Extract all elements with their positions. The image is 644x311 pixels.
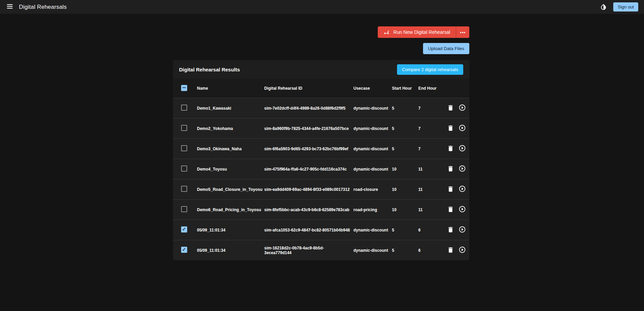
delete-row-button[interactable] bbox=[446, 104, 455, 113]
row-checkbox[interactable] bbox=[181, 226, 187, 232]
top-navbar: Digital Rehearsals Sign out bbox=[0, 0, 644, 14]
row-start-hour: 10 bbox=[392, 167, 418, 172]
table-row: Demo3_Okinawa_Naha sim-6f6a5903-9d65-429… bbox=[173, 138, 469, 159]
row-start-hour: 5 bbox=[392, 248, 418, 253]
row-start-hour: 5 bbox=[392, 126, 418, 131]
row-usecase: dynamic-discount bbox=[353, 147, 392, 151]
row-checkbox[interactable] bbox=[181, 186, 187, 192]
play-row-button[interactable] bbox=[458, 226, 467, 235]
play-row-button[interactable] bbox=[458, 185, 467, 194]
table-header-row: Name Digital Rehearsal ID Usecase Start … bbox=[173, 79, 469, 98]
row-usecase: dynamic-discount bbox=[353, 248, 392, 253]
play-circle-icon bbox=[459, 226, 466, 234]
row-name: Demo4_Toyosu bbox=[197, 167, 264, 172]
row-rehearsal-id: sim-16218d2c-0b78-4ac9-8b5d-3ecea779d144 bbox=[264, 246, 353, 255]
row-start-hour: 5 bbox=[392, 106, 418, 111]
app-title: Digital Rehearsals bbox=[19, 4, 67, 10]
play-row-button[interactable] bbox=[458, 104, 467, 113]
column-header-start-hour: Start Hour bbox=[392, 86, 418, 91]
trash-icon bbox=[447, 165, 454, 173]
delete-row-button[interactable] bbox=[446, 185, 455, 194]
play-row-button[interactable] bbox=[458, 124, 467, 133]
column-header-end-hour: End Hour bbox=[418, 86, 440, 91]
play-row-button[interactable] bbox=[458, 246, 467, 255]
sign-out-button[interactable]: Sign out bbox=[613, 2, 638, 12]
hamburger-icon bbox=[6, 3, 14, 11]
results-card: Digital Rehearsal Results Compare 2 digi… bbox=[173, 60, 469, 260]
row-checkbox[interactable] bbox=[181, 247, 187, 253]
row-end-hour: 7 bbox=[418, 126, 440, 131]
run-more-options-button[interactable]: ••• bbox=[456, 26, 469, 38]
play-row-button[interactable] bbox=[458, 165, 467, 174]
row-checkbox[interactable] bbox=[181, 105, 187, 111]
row-rehearsal-id: sim-8a960f9b-7825-4344-a4fe-21676a507bce bbox=[264, 126, 353, 131]
play-circle-icon bbox=[459, 165, 466, 173]
trash-icon bbox=[447, 104, 454, 112]
table-row: Demo1_Kawasaki sim-7e02dcff-d4f4-4989-8a… bbox=[173, 98, 469, 118]
results-card-header: Digital Rehearsal Results Compare 2 digi… bbox=[173, 60, 469, 79]
row-name: Demo1_Kawasaki bbox=[197, 106, 264, 111]
run-new-rehearsal-button[interactable]: Run New Digital Rehearsal bbox=[378, 26, 456, 38]
delete-row-button[interactable] bbox=[446, 226, 455, 235]
row-name: Demo2_Yokohama bbox=[197, 126, 264, 131]
play-circle-icon bbox=[459, 104, 466, 112]
delete-row-button[interactable] bbox=[446, 124, 455, 133]
row-end-hour: 7 bbox=[418, 106, 440, 111]
row-name: 05/09_11:01:34 bbox=[197, 228, 264, 232]
row-name: Demo6_Road_Pricing_in_Toyosu bbox=[197, 207, 264, 212]
hamburger-menu-button[interactable] bbox=[6, 3, 14, 11]
row-checkbox[interactable] bbox=[181, 145, 187, 151]
column-header-id: Digital Rehearsal ID bbox=[264, 86, 353, 91]
row-usecase: dynamic-discount bbox=[353, 106, 392, 111]
row-checkbox[interactable] bbox=[181, 165, 187, 172]
compare-rehearsals-button[interactable]: Compare 2 digital rehearsals bbox=[397, 64, 463, 75]
row-end-hour: 11 bbox=[418, 207, 440, 212]
delete-row-button[interactable] bbox=[446, 165, 455, 174]
table-row: Demo6_Road_Pricing_in_Toyosu sim-8fef5bb… bbox=[173, 199, 469, 220]
row-start-hour: 10 bbox=[392, 207, 418, 212]
results-card-title: Digital Rehearsal Results bbox=[179, 67, 240, 72]
row-checkbox[interactable] bbox=[181, 125, 187, 131]
table-row: Demo2_Yokohama sim-8a960f9b-7825-4344-a4… bbox=[173, 118, 469, 138]
theme-toggle-button[interactable] bbox=[600, 3, 607, 11]
row-end-hour: 6 bbox=[418, 228, 440, 232]
trash-icon bbox=[447, 246, 454, 254]
column-header-name: Name bbox=[197, 86, 264, 91]
select-all-checkbox[interactable] bbox=[181, 85, 187, 91]
row-end-hour: 11 bbox=[418, 187, 440, 192]
delete-row-button[interactable] bbox=[446, 205, 455, 214]
table-row: Demo5_Road_Closure_in_Toyosu sim-ea9dd40… bbox=[173, 179, 469, 199]
row-end-hour: 6 bbox=[418, 248, 440, 253]
trash-icon bbox=[447, 125, 454, 133]
row-usecase: road-pricing bbox=[353, 207, 392, 212]
row-rehearsal-id: sim-6f6a5903-9d65-4293-bc73-62bc76bf99ef bbox=[264, 147, 353, 151]
play-row-button[interactable] bbox=[458, 205, 467, 214]
invert-colors-icon bbox=[600, 7, 607, 12]
table-row: 05/09_11:01:34 sim-16218d2c-0b78-4ac9-8b… bbox=[173, 240, 469, 260]
row-rehearsal-id: sim-7e02dcff-d4f4-4989-8a26-0d88f6d2f9f5 bbox=[264, 106, 353, 111]
trash-icon bbox=[447, 185, 454, 194]
row-name: Demo3_Okinawa_Naha bbox=[197, 147, 264, 151]
run-button-label: Run New Digital Rehearsal bbox=[393, 29, 450, 35]
run-split-button: Run New Digital Rehearsal ••• bbox=[378, 26, 469, 38]
trash-icon bbox=[447, 145, 454, 153]
play-row-button[interactable] bbox=[458, 145, 467, 153]
row-rehearsal-id: sim-8fef5bbc-acab-43c9-b6c8-62589e783cab bbox=[264, 207, 353, 212]
table-row: Demo4_Toyosu sim-475f964a-ffa6-4c27-905c… bbox=[173, 159, 469, 179]
actions-stack: Run New Digital Rehearsal ••• Upload Dat… bbox=[173, 26, 469, 54]
row-checkbox[interactable] bbox=[181, 206, 187, 212]
row-rehearsal-id: sim-475f964a-ffa6-4c27-905c-fdd116ca374c bbox=[264, 167, 353, 172]
upload-data-files-button[interactable]: Upload Data Files bbox=[423, 43, 469, 54]
play-circle-icon bbox=[459, 205, 466, 214]
row-start-hour: 10 bbox=[392, 187, 418, 192]
row-name: Demo5_Road_Closure_in_Toyosu bbox=[197, 187, 264, 192]
row-start-hour: 5 bbox=[392, 228, 418, 232]
delete-row-button[interactable] bbox=[446, 246, 455, 255]
play-circle-icon bbox=[459, 246, 466, 254]
row-rehearsal-id: sim-afca1053-62c9-4847-bc82-80571b04b948 bbox=[264, 228, 353, 232]
row-rehearsal-id: sim-ea9dd409-69ac-4894-8f33-e089c0017312 bbox=[264, 187, 353, 192]
delete-row-button[interactable] bbox=[446, 145, 455, 153]
main-content: Run New Digital Rehearsal ••• Upload Dat… bbox=[173, 14, 469, 260]
table-row: 05/09_11:01:34 sim-afca1053-62c9-4847-bc… bbox=[173, 220, 469, 240]
navbar-right: Sign out bbox=[600, 2, 638, 12]
